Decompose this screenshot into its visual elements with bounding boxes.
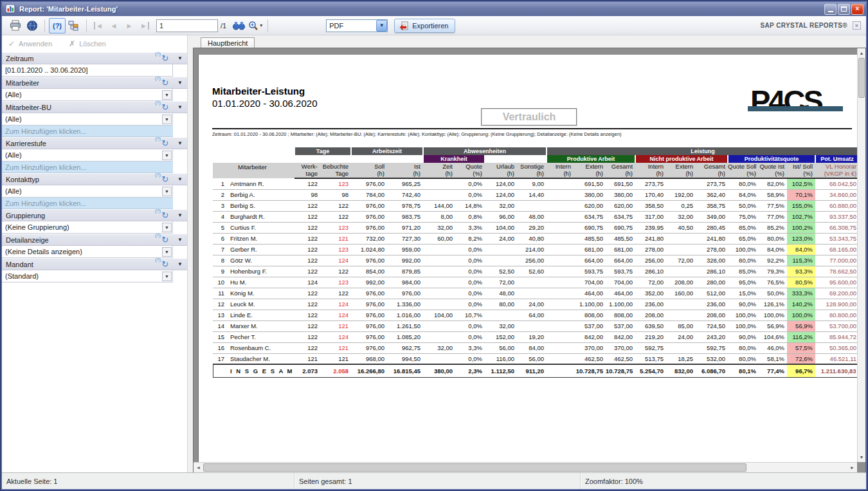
subband-nicht-produktive-arbeit: Nicht produktive Arbeit xyxy=(635,155,728,163)
param-add-row[interactable]: Zum Hinzufügen klicken... xyxy=(2,162,173,173)
refresh-icon[interactable]: (?)↻ xyxy=(161,236,168,244)
refresh-icon[interactable]: (?)↻ xyxy=(161,260,168,268)
param-header-mitarbeiter[interactable]: Mitarbeiter(?)↻▼ xyxy=(2,77,187,89)
last-page-button[interactable]: ► xyxy=(137,22,152,30)
dropdown-arrow-icon[interactable]: ▼ xyxy=(162,247,172,257)
next-page-button[interactable]: ► xyxy=(122,22,137,30)
scroll-right-icon[interactable]: ► xyxy=(847,463,857,472)
report-viewport: Mitarbeiter-Leistung 01.01.2020 - 30.06.… xyxy=(193,48,866,472)
param-header-mandant[interactable]: Mandant(?)↻▼ xyxy=(2,258,187,270)
select-dropdown-icon[interactable]: ▼ xyxy=(376,20,387,32)
globe-icon xyxy=(26,20,38,32)
column-unit-row: tage Tage (h) (h) (h) (%) (h) (h) (h) xyxy=(213,170,859,178)
dropdown-arrow-icon[interactable]: ▼ xyxy=(162,272,172,281)
print-button[interactable] xyxy=(7,18,24,33)
collapse-caret-icon[interactable]: ▼ xyxy=(177,212,183,218)
refresh-icon[interactable]: (?)↻ xyxy=(161,103,168,111)
pacs-logo: P4CS xyxy=(750,83,839,120)
horizontal-scrollbar[interactable]: ◄ ► xyxy=(194,462,857,472)
param-value-6[interactable]: (Keine Details anzeigen)▼ xyxy=(2,246,173,258)
toggle-group-tree-button[interactable] xyxy=(66,18,82,33)
subband-pot-umsatz: Pot. Umsatz xyxy=(815,155,859,163)
status-bar: Aktuelle Seite: 1 Seiten gesamt: 1 Zoomf… xyxy=(2,472,866,489)
refresh-icon[interactable]: (?)↻ xyxy=(161,139,168,147)
collapse-caret-icon[interactable]: ▼ xyxy=(177,176,183,182)
export-button[interactable] xyxy=(24,18,41,33)
dropdown-arrow-icon[interactable]: ▼ xyxy=(162,151,172,160)
param-add-row[interactable]: Zum Hinzufügen klicken... xyxy=(2,198,173,209)
x-icon: ✗ xyxy=(69,39,75,48)
param-value-2[interactable]: (Alle)▼ xyxy=(2,113,173,125)
param-value-7[interactable]: (Standard)▼ xyxy=(2,270,173,283)
band-abwesenheiten: Abwesenheiten xyxy=(423,147,547,155)
collapse-caret-icon[interactable]: ▼ xyxy=(177,80,183,86)
collapse-caret-icon[interactable]: ▼ xyxy=(177,55,183,61)
param-add-row[interactable]: Zum Hinzufügen klicken... xyxy=(2,125,173,137)
refresh-icon[interactable]: (?)↻ xyxy=(161,211,168,219)
refresh-icon[interactable]: (?)↻ xyxy=(161,79,168,87)
scroll-up-icon[interactable]: ▲ xyxy=(858,48,865,58)
close-button[interactable]: × xyxy=(851,4,863,15)
export-format-select[interactable]: PDF ▼ xyxy=(326,19,388,32)
group-tree-icon xyxy=(68,21,80,31)
band-leistung: Leistung xyxy=(547,147,859,155)
apply-button[interactable]: ✓ Anwenden xyxy=(8,39,52,48)
zoom-button[interactable]: ▾ xyxy=(247,18,264,33)
param-header-zeitraum[interactable]: Zeitraum(?)↻▼ xyxy=(2,52,187,64)
maximize-button[interactable] xyxy=(838,4,850,15)
table-row: 8Götz W.122124976,00992,000,0%256,00664,… xyxy=(213,255,859,266)
param-header-karrierestufe[interactable]: Karrierestufe(?)↻▼ xyxy=(2,137,187,149)
minimize-button[interactable] xyxy=(824,4,836,15)
exportieren-button[interactable]: Exportieren xyxy=(394,19,455,33)
table-row: 4Burghardt R.122122976,00983,758,000,8%9… xyxy=(213,211,859,222)
page-number-input[interactable] xyxy=(156,19,218,32)
table-row: 12Leuck M.122124976,001.336,000,0%80,002… xyxy=(213,299,859,310)
refresh-icon[interactable]: (?)↻ xyxy=(161,175,168,183)
param-value-4[interactable]: (Alle)▼ xyxy=(2,185,173,198)
tab-hauptbericht[interactable]: Hauptbericht xyxy=(201,37,255,48)
table-row: 15Pecher T.122124976,001.085,200,0%152,0… xyxy=(213,331,859,342)
search-button[interactable] xyxy=(230,18,247,33)
panel-splitter[interactable] xyxy=(188,35,193,472)
dropdown-arrow-icon[interactable]: ▼ xyxy=(162,187,172,196)
param-value-3[interactable]: (Alle)▼ xyxy=(2,149,173,162)
first-page-button[interactable]: ◄ xyxy=(91,22,106,30)
collapse-caret-icon[interactable]: ▼ xyxy=(177,237,183,243)
report-chart-icon xyxy=(6,5,16,14)
table-row: 2Berbig A.9898784,00742,400,0%124,0014,4… xyxy=(213,189,859,200)
param-value-1[interactable]: (Alle)▼ xyxy=(2,89,173,101)
clear-button[interactable]: ✗ Löschen xyxy=(69,39,106,48)
toggle-parameter-panel-button[interactable]: (?) xyxy=(49,18,66,33)
param-header-mitarbeiter-bu[interactable]: Mitarbeiter-BU(?)↻▼ xyxy=(2,101,187,113)
dropdown-arrow-icon[interactable]: ▼ xyxy=(162,223,172,232)
scroll-left-icon[interactable]: ◄ xyxy=(194,463,203,472)
scroll-down-icon[interactable]: ▼ xyxy=(858,452,865,462)
collapse-caret-icon[interactable]: ▼ xyxy=(177,261,183,267)
table-total-row: I N S G E S A M T2.0732.05816.266,8016.8… xyxy=(213,364,859,377)
brand-dismiss-icon[interactable]: × xyxy=(853,21,861,30)
dropdown-arrow-icon[interactable]: ▼ xyxy=(162,90,172,100)
table-row: 5Curtius F.122123976,00971,2032,003,3%10… xyxy=(213,222,859,233)
param-header-kontakttyp[interactable]: Kontakttyp(?)↻▼ xyxy=(2,173,187,185)
param-header-detailanzeige[interactable]: Detailanzeige(?)↻▼ xyxy=(2,234,187,246)
band-row-2: Krankheit Produktive Arbeit Nicht produk… xyxy=(213,155,859,163)
param-value-0[interactable]: [01.01.2020 .. 30.06.2020] xyxy=(2,64,173,77)
table-row: 3Berbig S.122122976,00978,75144,0014,8%3… xyxy=(213,200,859,211)
vertical-scrollbar[interactable]: ▲ ▼ xyxy=(857,48,865,462)
previous-page-button[interactable]: ◄ xyxy=(106,22,122,30)
param-header-gruppierung[interactable]: Gruppierung(?)↻▼ xyxy=(2,209,187,221)
band-row-1: Tage Arbeitszeit Abwesenheiten Leistung xyxy=(213,147,859,155)
dropdown-arrow-icon[interactable]: ▼ xyxy=(162,115,172,124)
table-row: 10Hu M.124123992,00984,000,0%72,00704,00… xyxy=(213,277,859,288)
header-rule xyxy=(212,128,852,129)
vertical-scroll-thumb[interactable] xyxy=(858,58,865,98)
collapse-caret-icon[interactable]: ▼ xyxy=(177,140,183,146)
collapse-caret-icon[interactable]: ▼ xyxy=(177,104,183,110)
horizontal-scroll-thumb[interactable] xyxy=(203,463,746,472)
zoom-dropdown-caret-icon[interactable]: ▾ xyxy=(260,23,262,28)
refresh-icon[interactable]: (?)↻ xyxy=(161,54,168,62)
toolbar: (?) ◄ ◄ ► ► /1 xyxy=(2,16,866,35)
page-total-label: /1 xyxy=(221,22,226,30)
param-value-5[interactable]: (Keine Gruppierung)▼ xyxy=(2,221,173,234)
subband-krankheit: Krankheit xyxy=(423,155,485,163)
